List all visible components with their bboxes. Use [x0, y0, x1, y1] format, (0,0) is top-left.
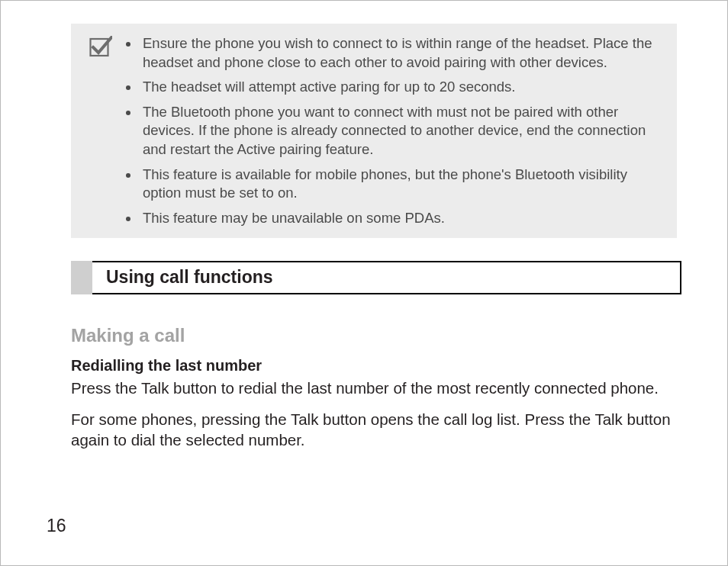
note-list: Ensure the phone you wish to connect to … — [126, 34, 659, 227]
paragraph: Press the Talk button to redial the last… — [71, 378, 674, 398]
note-item: The headset will attempt active paring f… — [140, 78, 659, 97]
paragraph: For some phones, pressing the Talk butto… — [71, 409, 674, 450]
note-item: The Bluetooth phone you want to connect … — [140, 103, 659, 159]
section-tab — [71, 261, 92, 294]
section-header: Using call functions — [71, 261, 681, 294]
page: Ensure the phone you wish to connect to … — [0, 0, 728, 566]
subsection-heading: Making a call — [71, 325, 681, 346]
minor-heading: Redialling the last number — [71, 357, 681, 375]
section-title: Using call functions — [92, 261, 681, 294]
note-box: Ensure the phone you wish to connect to … — [71, 24, 677, 238]
note-item: This feature may be unavailable on some … — [140, 209, 659, 228]
checkmark-icon — [89, 36, 112, 57]
note-item: Ensure the phone you wish to connect to … — [140, 34, 659, 72]
note-item: This feature is available for mobile pho… — [140, 166, 659, 203]
page-number: 16 — [47, 516, 66, 536]
